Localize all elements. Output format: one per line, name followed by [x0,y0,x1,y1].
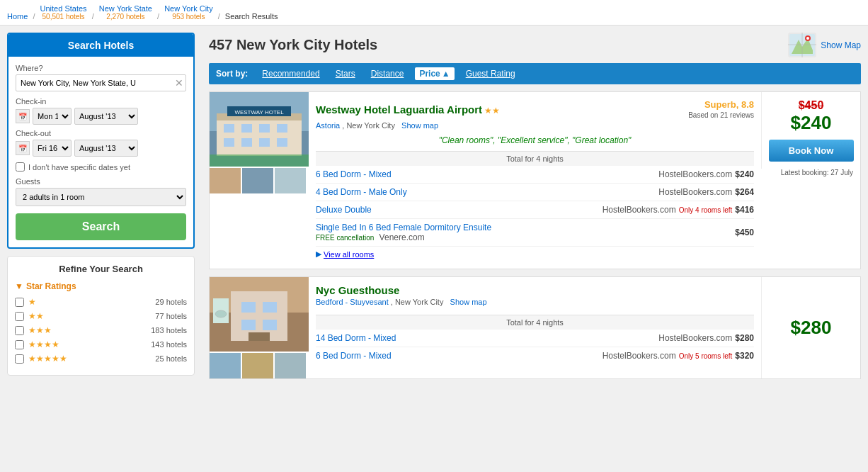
breadcrumb-ny-state-count: 2,270 hotels [99,13,152,21]
hotel-2-room-1-name[interactable]: 14 Bed Dorm - Mixed [316,333,653,343]
sort-distance[interactable]: Distance [367,67,409,80]
svg-rect-15 [224,138,234,147]
show-map-button[interactable]: Show Map [821,40,861,50]
hotel-1-book-button[interactable]: Book Now [769,140,854,162]
hotel-1-room-1-source: HostelBookers.com [658,169,732,179]
breadcrumb-nyc-count: 953 hotels [164,13,212,21]
svg-rect-11 [224,124,234,133]
hotel-2-room-1: 14 Bed Dorm - Mixed HostelBookers.com $2… [316,330,754,347]
clear-where-button[interactable]: ✕ [175,77,183,89]
hotel-2-room-1-price: $280 [735,333,754,343]
hotel-2-room-1-source: HostelBookers.com [658,333,732,343]
hotel-2-main-img [210,277,309,352]
no-dates-checkbox[interactable] [16,162,25,172]
where-input[interactable] [16,74,186,91]
checkout-label: Check-out [16,129,186,137]
hotel-1-rooms-table: Total for 4 nights 6 Bed Dorm - Mixed Ho… [316,151,754,262]
star-5-count: 25 hotels [155,354,187,363]
search-hotels-box: Search Hotels Where? ✕ Check-in 📅 Mon 12… [7,33,195,249]
hotel-card-2: Nyc Guesthouse Bedford - Stuyvesant , Ne… [209,276,861,379]
view-all-link[interactable]: View all rooms [324,250,374,259]
checkout-calendar-icon: 📅 [16,141,30,155]
hotel-1-show-map[interactable]: Show map [401,121,438,130]
sort-guest-rating[interactable]: Guest Rating [462,67,520,80]
hotel-1-current-price: $240 [791,112,832,134]
checkin-label: Check-in [16,97,186,106]
hotel-1-room-2-source: HostelBookers.com [658,187,732,197]
hotel-1-room-2-name[interactable]: 4 Bed Dorm - Male Only [316,187,653,197]
hotel-2-room-2-name[interactable]: 6 Bed Dorm - Mixed [316,351,597,361]
sort-stars[interactable]: Stars [331,67,360,80]
star-4-checkbox[interactable] [15,340,24,349]
guests-label: Guests [16,177,186,186]
hotel-1-room-1-name[interactable]: 6 Bed Dorm - Mixed [316,169,653,179]
hotel-2-show-map[interactable]: Show map [450,298,487,306]
svg-rect-17 [259,138,270,147]
hotel-2-area[interactable]: Bedford - Stuyvesant [316,298,389,306]
hotel-1-price-col: $450 $240 Book Now [761,92,860,169]
breadcrumb-home[interactable]: Home [7,12,28,21]
hotel-1-room-4-name[interactable]: Single Bed In 6 Bed Female Dormitory Ens… [316,223,491,232]
search-button[interactable]: Search [16,213,186,240]
checkin-day-select[interactable]: Mon 12 [33,108,72,125]
search-hotels-title: Search Hotels [8,34,193,57]
svg-rect-28 [241,320,256,330]
hotel-2-thumb-row [210,353,309,378]
star-5-checkbox[interactable] [15,354,24,364]
star-filter-4: ★★★★ 143 hotels [15,339,187,349]
hotel-2-thumb-3 [275,353,306,378]
breadcrumb-nyc[interactable]: New York City [164,4,212,13]
svg-rect-22 [210,154,309,167]
hotel-1-room-1-price: $240 [735,169,754,179]
svg-point-32 [215,310,227,318]
svg-rect-26 [241,302,256,313]
star-1-count: 29 hotels [155,298,187,306]
star-filter-1: ★ 29 hotels [15,297,187,307]
hotel-2-name[interactable]: Nyc Guesthouse [316,284,399,296]
star-1-checkbox[interactable] [15,298,24,307]
refine-search-box: Refine Your Search ▼ Star Ratings ★ 29 h… [7,256,195,376]
hotel-1-main-img: WESTWAY HOTEL [210,92,309,167]
star-filters: ★ 29 hotels ★★ 77 hotels ★★★ 183 hotels … [15,297,187,364]
hotel-1-area[interactable]: Astoria [316,121,340,130]
breadcrumb-ny-state[interactable]: New York State [99,4,152,13]
hotel-1-room-4-source: Venere.com [379,232,425,242]
svg-rect-13 [259,124,270,133]
checkout-day-select[interactable]: Fri 16 [33,140,72,157]
hotel-2-room-2-source: HostelBookers.com [603,351,676,361]
star-filter-2: ★★ 77 hotels [15,311,187,321]
hotel-2-price-col: $280 [761,277,860,378]
checkout-month-select[interactable]: August '13 [74,140,138,157]
hotel-1-name[interactable]: Westway Hotel Laguardia Airport [316,103,482,116]
hotel-1-room-3-name[interactable]: Deluxe Double [316,205,597,215]
star-2-checkbox[interactable] [15,312,24,321]
hotel-2-city: , New York City [391,298,444,306]
sort-bar: Sort by: Recommended Stars Distance Pric… [209,63,861,84]
hotel-2-room-2-note: Only 5 rooms left [679,352,733,360]
hotel-2-room-2: 6 Bed Dorm - Mixed HostelBookers.com Onl… [316,347,754,364]
sort-price-active[interactable]: Price ▲ [415,67,454,80]
hotel-2-images [210,277,309,378]
hotel-2-current-price: $280 [791,317,832,339]
hotel-card-inner-1: WESTWAY HOTEL [209,91,861,269]
guests-select[interactable]: 2 adults in 1 room [16,188,186,206]
svg-rect-30 [249,332,270,341]
collapse-icon[interactable]: ▼ [15,281,23,291]
svg-rect-29 [263,320,277,330]
hotel-2-thumb-1 [210,353,241,378]
checkin-row: 📅 Mon 12 August '13 [16,108,186,125]
hotel-2-room-2-price: $320 [735,351,754,361]
hotel-1-thumb-row [210,168,309,193]
star-3-checkbox[interactable] [15,326,24,335]
checkin-calendar-icon: 📅 [16,109,30,123]
breadcrumb-current: Search Results [225,12,278,21]
breadcrumb-us[interactable]: United States [40,4,87,13]
hotel-1-room-4-note: FREE cancellation [316,234,374,242]
sort-recommended[interactable]: Recommended [258,67,324,80]
checkin-month-select[interactable]: August '13 [74,108,138,125]
star-1-stars: ★ [28,297,36,307]
hotel-2-thumb-2 [242,353,273,378]
hotel-1-view-all[interactable]: ▶ View all rooms [316,247,754,262]
hotel-1-info: Westway Hotel Laguardia Airport ★★ Super… [309,92,761,269]
hotel-1-thumb-2 [242,168,273,193]
